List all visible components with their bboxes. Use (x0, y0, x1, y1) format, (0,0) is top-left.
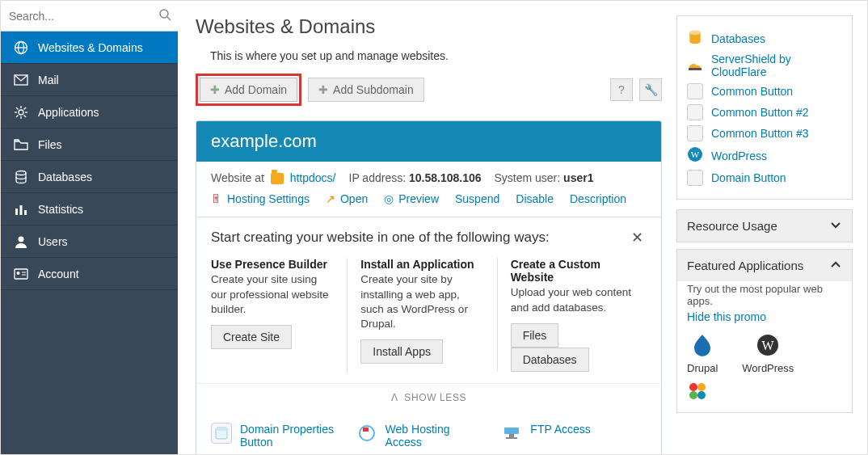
right-tool-common-button-2[interactable]: Common Button #2 (687, 104, 842, 120)
sidebar-item-label: Users (38, 235, 68, 248)
ftp-access-tool[interactable]: FTP Access (501, 423, 647, 454)
link-label: Databases (711, 32, 765, 45)
sidebar-item-account[interactable]: Account (1, 258, 178, 290)
right-tool-common-button-3[interactable]: Common Button #3 (687, 125, 842, 141)
wordpress-icon: W (754, 331, 782, 359)
svg-rect-17 (20, 205, 23, 215)
create-site-button[interactable]: Create Site (211, 325, 292, 349)
web-hosting-access-link[interactable]: Web Hosting Access (386, 423, 489, 454)
preview-link[interactable]: ◎ Preview (384, 192, 439, 205)
search-icon[interactable] (158, 8, 171, 23)
chevron-down-icon (829, 218, 842, 234)
sidebar-item-databases[interactable]: Databases (1, 161, 178, 193)
disable-link[interactable]: Disable (516, 192, 554, 205)
svg-line-1 (167, 17, 171, 20)
files-button[interactable]: Files (511, 323, 559, 348)
featured-hint: Try out the most popular web apps. (687, 283, 842, 307)
domain-info-line: Website at httpdocs/ IP address: 10.58.1… (211, 171, 647, 184)
link-label: WordPress (711, 150, 767, 162)
user-icon (14, 234, 28, 249)
open-link[interactable]: ↗ Open (326, 192, 368, 205)
svg-point-31 (689, 31, 700, 36)
sidebar-item-files[interactable]: Files (1, 128, 178, 161)
right-tool-databases[interactable]: Databases (687, 29, 842, 48)
square-icon (687, 125, 703, 141)
resource-usage-toggle[interactable]: Resource Usage (676, 209, 853, 242)
right-tool-wordpress[interactable]: W WordPress (687, 146, 842, 165)
install-apps-button[interactable]: Install Apps (360, 339, 443, 364)
sidebar-item-websites-domains[interactable]: Websites & Domains (1, 32, 178, 64)
web-hosting-access-tool[interactable]: Web Hosting Access (356, 423, 502, 454)
databases-button[interactable]: Databases (511, 348, 589, 372)
svg-point-38 (697, 383, 706, 391)
help-button[interactable]: ? (610, 78, 633, 101)
search-input[interactable] (7, 9, 158, 23)
resource-usage-label: Resource Usage (687, 219, 777, 233)
suspend-link[interactable]: Suspend (455, 192, 499, 205)
cloudflare-icon (687, 57, 703, 75)
card-icon (14, 267, 28, 281)
featured-app-drupal[interactable]: Drupal (687, 331, 718, 374)
mail-icon (14, 73, 28, 87)
sidebar: Websites & Domains Mail Applications Fil… (1, 1, 178, 454)
add-subdomain-button[interactable]: ✚ Add Subdomain (308, 78, 424, 102)
svg-point-19 (19, 236, 24, 242)
description-link[interactable]: Description (570, 192, 626, 205)
hosting-settings-link[interactable]: 🎚 Hosting Settings (211, 192, 310, 205)
eye-icon: ◎ (384, 192, 394, 205)
domain-tool-links: 🎚 Hosting Settings ↗ Open ◎ Preview Susp… (211, 192, 647, 205)
ftp-access-link[interactable]: FTP Access (530, 423, 590, 454)
folder-icon (14, 137, 28, 152)
link-label: Open (340, 192, 368, 205)
app-label: Drupal (687, 362, 718, 374)
sidebar-item-users[interactable]: Users (1, 225, 178, 258)
add-domain-button[interactable]: ✚ Add Domain (200, 78, 297, 102)
search-box[interactable] (1, 1, 178, 32)
sidebar-item-applications[interactable]: Applications (1, 96, 178, 128)
svg-text:W: W (762, 339, 775, 352)
wordpress-icon: W (687, 146, 703, 165)
featured-app-joomla[interactable] (687, 381, 842, 404)
right-tool-common-button[interactable]: Common Button (687, 83, 842, 99)
domain-properties-link[interactable]: Domain Properties Button (240, 423, 343, 449)
plus-icon: ✚ (318, 83, 328, 96)
svg-line-14 (16, 115, 19, 117)
sidebar-item-label: Files (38, 138, 62, 151)
settings-button[interactable]: 🔧 (639, 78, 662, 101)
highlight-add-domain: ✚ Add Domain (196, 74, 301, 106)
app-label: WordPress (742, 362, 794, 374)
svg-line-12 (24, 115, 27, 117)
show-less-toggle[interactable]: ᐱ SHOW LESS (196, 383, 661, 411)
doc-root-link[interactable]: httpdocs/ (290, 171, 336, 184)
svg-point-21 (17, 272, 20, 275)
sidebar-item-mail[interactable]: Mail (1, 64, 178, 96)
right-tool-domain-button[interactable]: Domain Button (687, 170, 842, 186)
square-icon (687, 104, 703, 120)
sysuser-value: user1 (563, 171, 593, 184)
sysuser-label: System user: (494, 171, 560, 184)
sidebar-item-label: Applications (38, 106, 99, 119)
right-tools-card: Databases ServerShield by CloudFlare Com… (676, 15, 853, 200)
hide-promo-link[interactable]: Hide this promo (687, 310, 766, 323)
creator-option-install-app: Install an Application Create your site … (347, 258, 496, 371)
featured-app-wordpress[interactable]: W WordPress (742, 331, 794, 374)
ftp-icon (501, 423, 522, 444)
sidebar-item-label: Statistics (38, 203, 83, 216)
chevron-up-icon: ᐱ (391, 392, 398, 403)
plus-icon: ✚ (210, 83, 220, 96)
svg-line-13 (24, 107, 27, 110)
svg-point-15 (16, 171, 26, 175)
featured-apps-label: Featured Applications (687, 259, 803, 272)
domain-header[interactable]: example.com (196, 121, 661, 162)
sidebar-item-statistics[interactable]: Statistics (1, 193, 178, 225)
close-icon: ✕ (631, 230, 643, 246)
domain-properties-tool[interactable]: Domain Properties Button Additional comm… (211, 423, 356, 454)
option-title: Create a Custom Website (511, 258, 634, 284)
svg-point-40 (697, 391, 706, 399)
wrench-icon: 🔧 (644, 83, 658, 96)
website-at-label: Website at (211, 171, 264, 184)
ip-label: IP address: (349, 171, 407, 184)
svg-point-6 (19, 110, 23, 115)
right-tool-servershield[interactable]: ServerShield by CloudFlare (687, 53, 842, 78)
close-creator-button[interactable]: ✕ (628, 229, 647, 246)
